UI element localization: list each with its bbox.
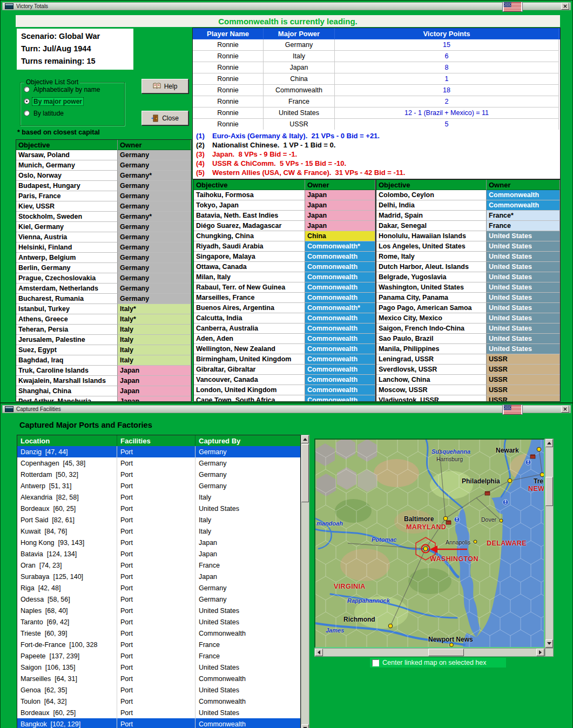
objective-row[interactable]: Leningrad, USSRUSSR bbox=[376, 354, 560, 365]
captured-row[interactable]: Bangkok [102, 129]PortCommonwealth bbox=[17, 718, 300, 728]
scroll-right-button[interactable] bbox=[536, 649, 544, 656]
objective-row[interactable]: Vienna, AustriaGermany bbox=[16, 232, 191, 242]
objective-row[interactable]: Delhi, IndiaCommonwealth bbox=[376, 200, 560, 211]
captured-row[interactable]: Alexandria [82, 58]PortItaly bbox=[17, 491, 300, 503]
titlebar-close-button[interactable] bbox=[561, 406, 569, 413]
objective-row[interactable]: Truk, Caroline IslandsJapan bbox=[16, 366, 191, 376]
objective-row[interactable]: Helsinki, FinlandGermany bbox=[16, 242, 191, 253]
captured-row[interactable]: Bordeaux [60, 25]PortUnited States bbox=[17, 503, 300, 514]
objective-row[interactable]: Moscow, USSRUSSR bbox=[376, 385, 560, 395]
scroll-up-button[interactable] bbox=[545, 439, 553, 447]
objective-row[interactable]: Colombo, CeylonCommonwealth bbox=[376, 190, 560, 200]
objective-row[interactable]: Taihoku, FormosaJapan bbox=[194, 190, 375, 200]
objective-row[interactable]: Vladivostok, USSRUSSR bbox=[376, 395, 560, 402]
objective-row[interactable]: Shanghai, ChinaJapan bbox=[16, 386, 191, 396]
objective-row[interactable]: Antwerp, BelgiumGermany bbox=[16, 253, 191, 263]
close-button[interactable]: Close bbox=[141, 111, 188, 125]
captured-row[interactable]: Hong Kong [93, 143]PortJapan bbox=[17, 537, 300, 548]
objective-row[interactable]: Wellington, New ZealandCommonwealth bbox=[194, 344, 375, 354]
objective-row[interactable]: Jerusalem, PalestineItaly bbox=[16, 335, 191, 345]
captured-row[interactable]: Kuwait [84, 76]PortItaly bbox=[17, 525, 300, 537]
objective-row[interactable]: Milan, ItalyCommonwealth bbox=[194, 272, 375, 282]
objective-row[interactable]: Teheran, PersiaItaly bbox=[16, 325, 191, 335]
objective-row[interactable]: Tokyo, JapanJapan bbox=[194, 200, 375, 211]
objective-row[interactable]: Marseilles, FranceCommonwealth bbox=[194, 293, 375, 303]
captured-row[interactable]: Fort-de-France [100, 328PortFrance bbox=[17, 639, 300, 650]
objective-row[interactable]: Munich, GermanyGermany bbox=[16, 160, 191, 171]
objective-row[interactable]: Dakar, SenegalFrance bbox=[376, 221, 560, 231]
captured-table-scrollbar[interactable] bbox=[301, 435, 309, 728]
objective-row[interactable]: Suez, EgyptItaly bbox=[16, 345, 191, 355]
objective-row[interactable]: Rome, ItalyUnited States bbox=[376, 252, 560, 262]
scrollbar-thumb[interactable] bbox=[428, 649, 464, 656]
objective-row[interactable]: Madrid, SpainFrance* bbox=[376, 211, 560, 221]
captured-row[interactable]: Surabaya [125, 140]PortJapan bbox=[17, 571, 300, 582]
map-viewport[interactable]: SusquehannaHarrisburgNewarkPhiladelphiaT… bbox=[314, 439, 545, 648]
objective-row[interactable]: Mexico City, MexicoUnited States bbox=[376, 313, 560, 323]
objective-row[interactable]: Aden, AdenCommonwealth bbox=[194, 334, 375, 344]
scroll-up-button[interactable] bbox=[301, 435, 309, 443]
objective-row[interactable]: Vancouver, CanadaCommonwealth bbox=[194, 375, 375, 385]
objective-row[interactable]: Paris, FranceGermany bbox=[16, 191, 191, 201]
objective-row[interactable]: Bucharest, RumaniaGermany bbox=[16, 294, 191, 304]
captured-row[interactable]: Bordeaux [60, 25]PortUnited States bbox=[17, 707, 300, 718]
objective-row[interactable]: Cape Town, South AfricaCommonwealth bbox=[194, 395, 375, 402]
titlebar[interactable]: Victory Totals bbox=[2, 2, 571, 10]
objective-row[interactable]: Chungking, ChinaChina bbox=[194, 231, 375, 241]
objective-row[interactable]: Stockholm, SwedenGermany* bbox=[16, 212, 191, 222]
objective-row[interactable]: Istanbul, TurkeyItaly* bbox=[16, 304, 191, 314]
captured-row[interactable]: Genoa [62, 35]PortUnited States bbox=[17, 684, 300, 696]
titlebar[interactable]: Captured Facilities bbox=[2, 405, 571, 413]
objective-row[interactable]: Gibraltar, GibraltarCommonwealth bbox=[194, 365, 375, 375]
objective-row[interactable]: Prague, CzechoslovakiaGermany bbox=[16, 273, 191, 284]
objective-row[interactable]: Kiev, USSRGermany bbox=[16, 201, 191, 212]
objective-row[interactable]: Buenos Aires, ArgentinaCommonwealth* bbox=[194, 303, 375, 313]
objective-row[interactable]: Ottawa, CanadaCommonwealth bbox=[194, 262, 375, 272]
objective-row[interactable]: Birmingham, United KingdomCommonwealth bbox=[194, 354, 375, 365]
captured-row[interactable]: Taranto [69, 42]PortUnited States bbox=[17, 616, 300, 628]
objective-row[interactable]: Warsaw, PolandGermany bbox=[16, 150, 191, 160]
objective-row[interactable]: Port Arthur, ManchuriaJapan bbox=[16, 396, 191, 402]
captured-row[interactable]: Saigon [106, 135]PortUnited States bbox=[17, 662, 300, 673]
captured-row[interactable]: Copenhagen [45, 38]PortGermany bbox=[17, 457, 300, 469]
objective-row[interactable]: Washington, United StatesUnited States bbox=[376, 282, 560, 293]
objective-row[interactable]: Dutch Harbor, Aleut. IslandsUnited State… bbox=[376, 262, 560, 272]
objective-row[interactable]: Athens, GreeceItaly* bbox=[16, 314, 191, 325]
captured-row[interactable]: Antwerp [51, 31]PortGermany bbox=[17, 480, 300, 491]
captured-row[interactable]: Marseilles [64, 31]PortCommonwealth bbox=[17, 673, 300, 684]
objective-row[interactable]: Lanchow, ChinaUSSR bbox=[376, 375, 560, 385]
objective-row[interactable]: Baghdad, IraqItaly bbox=[16, 355, 191, 366]
objective-row[interactable]: Sao Paulo, BrazilUnited States bbox=[376, 334, 560, 344]
objective-row[interactable]: Rabaul, Terr. of New GuineaCommonwealth bbox=[194, 282, 375, 293]
captured-row[interactable]: Papeete [137, 239]PortFrance bbox=[17, 650, 300, 662]
captured-row[interactable]: Port Said [82, 61]PortItaly bbox=[17, 514, 300, 525]
captured-row[interactable]: Batavia [124, 134]PortJapan bbox=[17, 548, 300, 560]
scroll-down-button[interactable] bbox=[545, 639, 553, 648]
objective-row[interactable]: Manila, PhilippinesUnited States bbox=[376, 344, 560, 354]
checkbox-icon[interactable] bbox=[372, 659, 379, 666]
objective-row[interactable]: Panama City, PanamaUnited States bbox=[376, 293, 560, 303]
map-horizontal-scrollbar[interactable] bbox=[314, 648, 545, 657]
help-button[interactable]: Help bbox=[141, 79, 188, 93]
map-vertical-scrollbar[interactable] bbox=[545, 439, 554, 648]
objective-row[interactable]: Honolulu, Hawaiian IslandsUnited States bbox=[376, 231, 560, 241]
objective-row[interactable]: Diégo Suarez, MadagascarJapan bbox=[194, 221, 375, 231]
objective-row[interactable]: Pago Pago, American SamoaUnited States bbox=[376, 303, 560, 313]
captured-row[interactable]: Trieste [60, 39]PortCommonwealth bbox=[17, 628, 300, 639]
scroll-down-button[interactable] bbox=[301, 724, 309, 728]
objective-row[interactable]: Riyadh, Saudi ArabiaCommonwealth* bbox=[194, 241, 375, 252]
captured-row[interactable]: Rotterdam [50, 32]PortGermany bbox=[17, 469, 300, 480]
scrollbar-thumb[interactable] bbox=[301, 444, 309, 502]
center-map-option[interactable]: Center linked map on selected hex bbox=[370, 658, 506, 668]
objective-row[interactable]: Kwajalein, Marshall IslandsJapan bbox=[16, 376, 191, 386]
captured-row[interactable]: Oran [74, 23]PortFrance bbox=[17, 560, 300, 571]
objective-row[interactable]: Berlin, GermanyGermany bbox=[16, 263, 191, 273]
objective-row[interactable]: Sverdlovsk, USSRUSSR bbox=[376, 365, 560, 375]
objective-row[interactable]: Amsterdam, NetherlandsGermany bbox=[16, 284, 191, 294]
objective-row[interactable]: London, United KingdomCommonwealth bbox=[194, 385, 375, 395]
captured-row[interactable]: Danzig [47, 44]PortGermany bbox=[17, 446, 300, 457]
titlebar-close-button[interactable] bbox=[561, 3, 569, 10]
objective-row[interactable]: Batavia, Neth. East IndiesJapan bbox=[194, 211, 375, 221]
objective-row[interactable]: Oslo, NorwayGermany* bbox=[16, 171, 191, 181]
scrollbar-thumb[interactable] bbox=[545, 477, 553, 506]
